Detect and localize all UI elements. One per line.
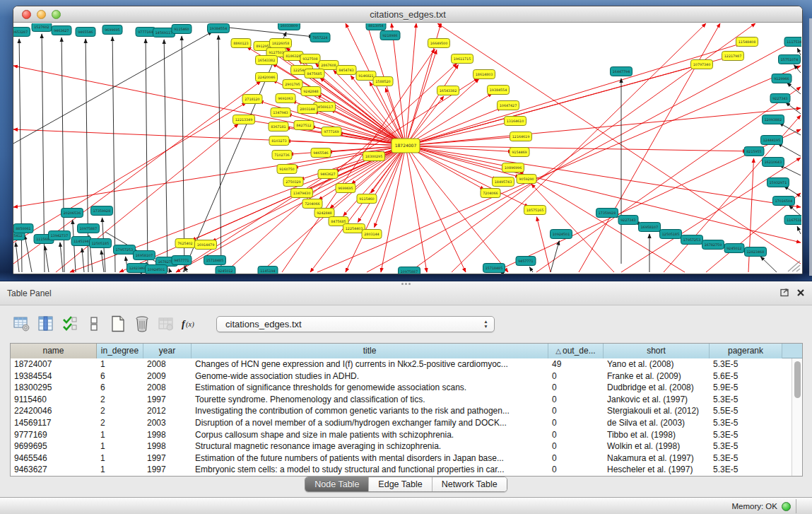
window-titlebar[interactable]: citations_edges.txt: [13, 6, 802, 23]
graph-node[interactable]: 17359928: [596, 209, 618, 218]
tab-network-table[interactable]: Network Table: [433, 477, 507, 491]
graph-edge[interactable]: [182, 36, 184, 272]
table-row[interactable]: 2242004622012Investigating the contribut…: [11, 405, 792, 417]
select-all-icon[interactable]: [61, 315, 79, 333]
function-builder-icon[interactable]: f(x): [181, 315, 199, 333]
graph-edge[interactable]: [784, 186, 801, 197]
graph-node[interactable]: 1145194: [258, 267, 278, 275]
graph-node[interactable]: 9457771: [172, 256, 192, 265]
graph-edge-directed[interactable]: [406, 146, 801, 207]
table-row[interactable]: 946554611997Estimation of the future num…: [11, 452, 792, 465]
graph-node[interactable]: 7102736: [272, 151, 292, 160]
graph-edge[interactable]: [797, 48, 801, 55]
graph-node[interactable]: 12823468: [745, 247, 767, 257]
table-mode-icon[interactable]: [13, 315, 31, 333]
table-row[interactable]: 946362711997Embryonic stem cells: a mode…: [11, 464, 792, 476]
graph-edge-directed[interactable]: [392, 23, 406, 146]
graph-edge-directed[interactable]: [406, 146, 427, 272]
graph-node[interactable]: 8475685: [305, 69, 324, 78]
graph-node[interactable]: 11548408: [736, 37, 758, 47]
graph-node[interactable]: 9218986: [380, 31, 400, 40]
splitter-handle[interactable]: [401, 282, 411, 286]
graph-edge[interactable]: [797, 226, 801, 234]
graph-node[interactable]: 9465546: [76, 28, 95, 37]
zoom-window-button[interactable]: [52, 10, 61, 19]
graph-node[interactable]: 9115460: [357, 194, 377, 204]
show-columns-icon[interactable]: [37, 315, 55, 333]
graph-node[interactable]: 16210643: [763, 158, 784, 167]
graph-edge-directed[interactable]: [406, 146, 519, 177]
table-row[interactable]: 969969511998Structural magnetic resonanc…: [11, 440, 792, 452]
scrollbar-thumb[interactable]: [794, 361, 801, 398]
graph-node[interactable]: 16914479: [195, 240, 217, 250]
graph-node[interactable]: 1527602: [32, 23, 52, 32]
table-row[interactable]: 1456911722003Disruption of a novel membe…: [11, 417, 792, 429]
graph-node[interactable]: 8860123: [231, 39, 251, 48]
graph-node[interactable]: 16782759: [702, 240, 724, 250]
graph-node-hub[interactable]: 18724007: [392, 139, 420, 153]
float-panel-icon[interactable]: [780, 288, 789, 297]
graph-edge-directed[interactable]: [13, 66, 406, 146]
graph-node[interactable]: 10896996: [502, 163, 524, 173]
graph-edge-directed[interactable]: [13, 146, 406, 207]
graph-node[interactable]: 8850061: [13, 224, 33, 233]
graph-node[interactable]: 19384554: [488, 86, 510, 95]
graph-node[interactable]: 16958107: [639, 223, 661, 232]
graph-node[interactable]: 9227343: [618, 216, 638, 225]
graph-node[interactable]: 12164619: [510, 132, 532, 141]
graph-node[interactable]: 9463627: [52, 26, 71, 35]
table-row[interactable]: 977716911998Corpus callosum shape and si…: [11, 429, 792, 441]
graph-node[interactable]: 15751074: [779, 55, 801, 64]
graph-edge-directed[interactable]: [536, 217, 551, 272]
graph-edge[interactable]: [183, 32, 286, 272]
graph-node[interactable]: 12217987: [722, 52, 744, 61]
graph-edge[interactable]: [16, 243, 19, 272]
table-selector[interactable]: citations_edges.txt ▲▼: [216, 316, 495, 332]
table-row[interactable]: 1830029562008Estimation of significance …: [11, 382, 792, 394]
graph-node[interactable]: 15932971: [767, 178, 789, 187]
graph-node[interactable]: 16543382: [256, 56, 278, 65]
graph-edge-directed[interactable]: [519, 171, 685, 272]
graph-node[interactable]: 9129966: [772, 74, 792, 83]
graph-node[interactable]: 9691063: [276, 94, 295, 103]
graph-node[interactable]: 7204066: [302, 199, 322, 209]
graph-node[interactable]: 1347943: [271, 108, 290, 117]
column-header-pagerank[interactable]: pagerank: [710, 344, 782, 358]
graph-node[interactable]: 7204066: [481, 189, 500, 198]
close-window-button[interactable]: [22, 10, 31, 19]
graph-node[interactable]: 9457771: [516, 257, 536, 266]
graph-edge-directed[interactable]: [406, 108, 801, 146]
graph-edge[interactable]: [218, 35, 221, 272]
graph-node[interactable]: 2750329: [283, 177, 303, 187]
graph-edge[interactable]: [779, 123, 801, 135]
graph-node[interactable]: 18300295: [363, 152, 385, 161]
column-header-year[interactable]: year: [143, 344, 192, 358]
graph-node[interactable]: 10924501: [551, 230, 572, 239]
graph-node[interactable]: 12444195: [761, 136, 783, 145]
graph-node[interactable]: 19384554: [208, 24, 230, 33]
graph-node[interactable]: 2803144: [362, 230, 382, 239]
graph-node[interactable]: 16543382: [437, 86, 459, 95]
graph-node[interactable]: 9777169: [136, 28, 155, 37]
graph-node[interactable]: 9160750: [277, 165, 297, 174]
graph-node[interactable]: 13942737: [49, 231, 71, 240]
graph-node[interactable]: 9245012: [216, 267, 235, 275]
graph-node[interactable]: 12505185: [90, 239, 112, 248]
graph-node[interactable]: 13479430: [291, 189, 313, 198]
graph-node[interactable]: 9777169: [322, 127, 341, 136]
graph-node[interactable]: 22420046: [256, 73, 278, 82]
graph-edge[interactable]: [529, 267, 533, 272]
minimize-window-button[interactable]: [37, 10, 46, 19]
graph-node[interactable]: 10975887: [78, 224, 100, 233]
graph-edge[interactable]: [169, 268, 170, 272]
graph-node[interactable]: 16649500: [428, 39, 450, 48]
table-row[interactable]: 1938455462009Genome-wide association stu…: [11, 370, 792, 382]
graph-node[interactable]: 8367181: [269, 122, 288, 132]
graph-node[interactable]: 2803144: [298, 105, 317, 114]
column-header-title[interactable]: title: [192, 344, 548, 358]
graph-edge-directed[interactable]: [621, 158, 801, 272]
graph-node[interactable]: 9699695: [336, 184, 355, 193]
graph-edge[interactable]: [101, 250, 104, 272]
graph-node[interactable]: 10975887: [399, 267, 420, 275]
graph-node[interactable]: 2867608: [319, 61, 339, 70]
